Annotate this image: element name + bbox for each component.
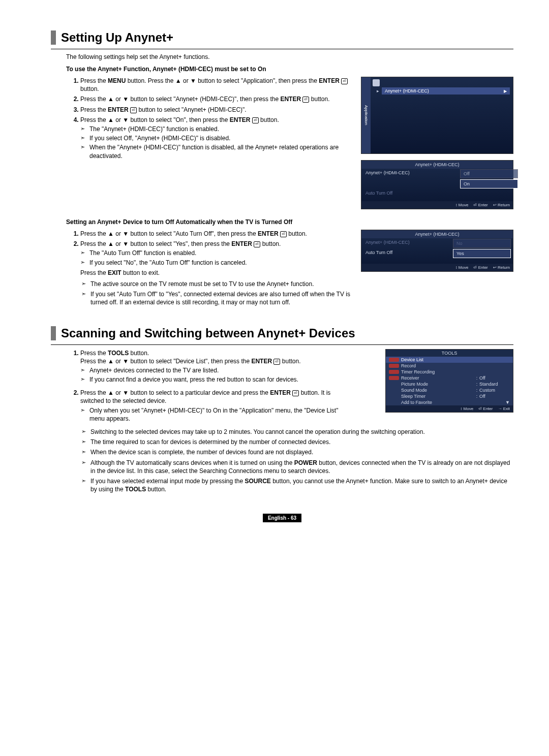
osd-app-icon <box>373 79 380 86</box>
note: If you set "Auto Turn Off" to "Yes", con… <box>81 290 353 306</box>
divider <box>51 344 513 345</box>
enter-icon: ⏎ <box>252 117 259 123</box>
enter-icon: ⏎ <box>341 78 348 84</box>
enter-icon: ⏎ <box>280 231 287 237</box>
osd-foot-enter: ⏎ Enter <box>473 203 487 207</box>
enter-icon: ⏎ <box>292 390 299 396</box>
heading-setting-up: Setting Up Anynet+ <box>51 30 513 45</box>
tools-foot-move: ↕ Move <box>460 406 473 411</box>
note: Although the TV automatically scans devi… <box>81 459 513 475</box>
enter-icon: ⏎ <box>130 107 137 113</box>
osd-highlight-row: Anynet+ (HDMI-CEC) <box>382 87 510 94</box>
subtitle-enable: To use the Anynet+ Function, Anynet+ (HD… <box>66 66 513 73</box>
intro-text: The following settings help set the Anyn… <box>66 53 513 60</box>
enter-icon: ⏎ <box>254 241 260 247</box>
note: The time required to scan for devices is… <box>81 438 513 446</box>
page-number: English - 63 <box>263 514 301 522</box>
osd-auto-turn-off: Anynet+ (HDMI-CEC) Anynet+ (HDMI-CEC)No … <box>361 230 513 272</box>
note: When the device scan is complete, the nu… <box>81 448 513 456</box>
osd-title: Anynet+ (HDMI-CEC) <box>361 230 513 238</box>
note: When the "Anynet+ (HDMI-CEC)" function i… <box>89 143 353 160</box>
steps-scanning: Press the TOOLS button. Press the ▲ or ▼… <box>66 349 353 423</box>
osd-foot-return: ↩ Return <box>493 265 510 270</box>
steps-auto-off: Press the ▲ or ▼ button to select "Auto … <box>66 230 353 277</box>
tools-foot-enter: ⏎ Enter <box>478 406 493 411</box>
osd-sidebar-label: Application <box>361 77 371 153</box>
anynet-badge-icon <box>389 370 399 374</box>
tools-title: TOOLS <box>386 350 513 357</box>
anynet-badge-icon <box>389 364 399 368</box>
divider <box>51 49 513 49</box>
note: Switching to the selected devices may ta… <box>81 428 513 436</box>
note: If you select "No", the "Auto Turn Off" … <box>89 259 353 267</box>
osd-foot-enter: ⏎ Enter <box>473 265 487 270</box>
anynet-badge-icon <box>389 358 399 362</box>
subtitle-auto-off: Setting an Anynet+ Device to turn Off Au… <box>66 218 513 226</box>
note: If you cannot find a device you want, pr… <box>89 375 353 384</box>
note: Anynet+ devices connected to the TV are … <box>89 366 353 374</box>
note: The "Anynet+ (HDMI-CEC)" function is ena… <box>89 125 353 133</box>
heading-scanning: Scanning and Switching between Anynet+ D… <box>51 326 513 340</box>
note: Only when you set "Anynet+ (HDMI-CEC)" t… <box>89 406 353 423</box>
osd-foot-move: ↕ Move <box>455 203 469 207</box>
steps-enable: Press the MENU button. Press the ▲ or ▼ … <box>66 77 353 160</box>
note: If you select Off, "Anynet+ (HDMI-CEC)" … <box>89 134 353 142</box>
osd-title: Anynet+ (HDMI-CEC) <box>361 161 513 169</box>
note: The "Auto Turn Off" function is enabled. <box>89 249 353 257</box>
enter-icon: ⏎ <box>302 97 309 103</box>
tools-foot-exit: → Exit <box>498 406 510 411</box>
osd-foot-move: ↕ Move <box>455 265 469 270</box>
osd-application-menu: Application Anynet+ (HDMI-CEC) <box>361 77 513 154</box>
note: The active source on the TV remote must … <box>81 280 353 288</box>
page-footer: English - 63 <box>51 514 513 522</box>
enter-icon: ⏎ <box>273 359 280 365</box>
osd-foot-return: ↩ Return <box>493 203 510 207</box>
anynet-badge-icon <box>389 376 399 380</box>
osd-anynet-on-off: Anynet+ (HDMI-CEC) Anynet+ (HDMI-CEC)Off… <box>361 160 513 209</box>
note: If you have selected external input mode… <box>81 477 513 493</box>
osd-tools-menu: TOOLS Device List Record Timer Recording… <box>385 349 513 413</box>
